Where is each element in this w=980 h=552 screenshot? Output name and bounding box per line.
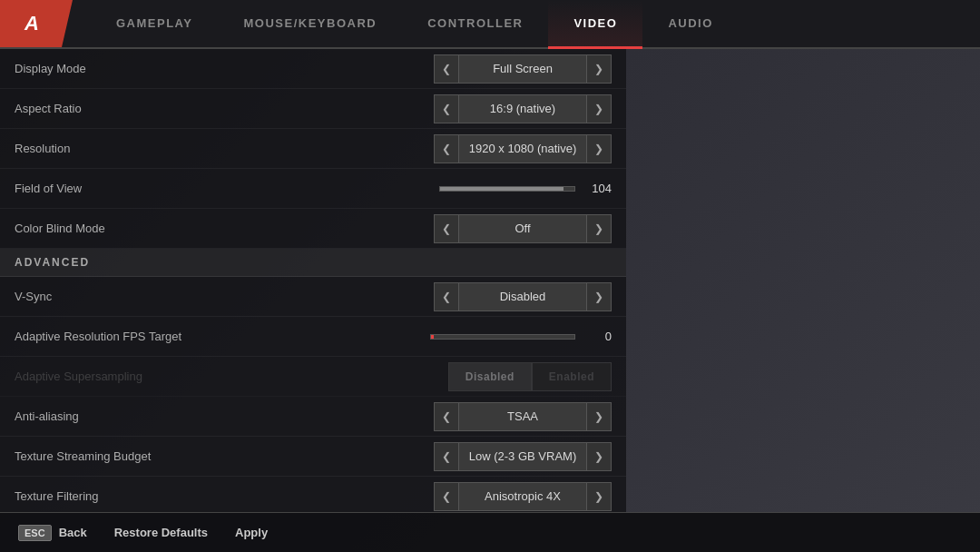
texture-budget-row: Texture Streaming Budget ❮ Low (2-3 GB V…	[0, 437, 626, 477]
restore-defaults-label: Restore Defaults	[114, 526, 208, 539]
adaptive-ss-disabled-btn[interactable]: Disabled	[448, 362, 532, 391]
fov-slider-fill	[440, 187, 564, 191]
adaptive-fps-control: 0	[430, 330, 612, 343]
right-panel	[626, 49, 980, 512]
fov-row: Field of View 104	[0, 169, 626, 209]
esc-key-badge: ESC	[18, 525, 52, 541]
main-content: Display Mode ❮ Full Screen ❯ Aspect Rati…	[0, 49, 980, 512]
adaptive-ss-row: Adaptive Supersampling Disabled Enabled	[0, 357, 626, 397]
settings-panel: Display Mode ❮ Full Screen ❯ Aspect Rati…	[0, 49, 626, 512]
tab-controller[interactable]: CONTROLLER	[402, 0, 548, 49]
color-blind-label: Color Blind Mode	[15, 222, 434, 235]
aspect-ratio-row: Aspect Ratio ❮ 16:9 (native) ❯	[0, 89, 626, 129]
color-blind-left-btn[interactable]: ❮	[434, 214, 459, 243]
adaptive-fps-row: Adaptive Resolution FPS Target 0	[0, 317, 626, 357]
antialiasing-control: ❮ TSAA ❯	[434, 402, 612, 431]
tab-video[interactable]: VIDEO	[548, 0, 642, 49]
vsync-row: V-Sync ❮ Disabled ❯	[0, 277, 626, 317]
tab-gameplay[interactable]: GAMEPLAY	[91, 0, 218, 49]
tab-audio[interactable]: AUDIO	[642, 0, 738, 49]
aspect-ratio-control: ❮ 16:9 (native) ❯	[434, 94, 612, 123]
vsync-value: Disabled	[459, 282, 586, 311]
texture-filtering-row: Texture Filtering ❮ Anisotropic 4X ❯	[0, 477, 626, 512]
apply-button[interactable]: Apply	[235, 526, 268, 539]
display-mode-label: Display Mode	[15, 62, 434, 75]
vsync-left-btn[interactable]: ❮	[434, 282, 459, 311]
back-button[interactable]: ESC Back	[18, 525, 87, 541]
texture-budget-right-btn[interactable]: ❯	[586, 442, 612, 471]
back-label: Back	[59, 526, 87, 539]
antialiasing-label: Anti-aliasing	[15, 409, 434, 423]
texture-budget-left-btn[interactable]: ❮	[434, 442, 459, 471]
adaptive-fps-slider[interactable]	[430, 334, 575, 340]
resolution-control: ❮ 1920 x 1080 (native) ❯	[434, 134, 612, 163]
apex-logo: A	[24, 12, 39, 35]
color-blind-right-btn[interactable]: ❯	[586, 214, 612, 243]
adaptive-fps-fill	[431, 335, 434, 339]
adaptive-ss-enabled-btn[interactable]: Enabled	[532, 362, 612, 391]
adaptive-fps-value: 0	[584, 330, 612, 343]
nav-bar: A GAMEPLAY MOUSE/KEYBOARD CONTROLLER VID…	[0, 0, 980, 49]
texture-budget-value: Low (2-3 GB VRAM)	[459, 442, 586, 471]
texture-filtering-right-btn[interactable]: ❯	[586, 482, 612, 511]
adaptive-ss-control: Disabled Enabled	[448, 362, 612, 391]
antialiasing-row: Anti-aliasing ❮ TSAA ❯	[0, 397, 626, 437]
antialiasing-left-btn[interactable]: ❮	[434, 402, 459, 431]
restore-defaults-button[interactable]: Restore Defaults	[114, 526, 208, 539]
texture-filtering-value: Anisotropic 4X	[459, 482, 586, 511]
display-mode-value: Full Screen	[459, 54, 586, 84]
aspect-ratio-right-btn[interactable]: ❯	[586, 94, 612, 123]
resolution-row: Resolution ❮ 1920 x 1080 (native) ❯	[0, 129, 626, 169]
aspect-ratio-left-btn[interactable]: ❮	[434, 94, 459, 123]
display-mode-right-btn[interactable]: ❯	[586, 54, 612, 84]
texture-filtering-left-btn[interactable]: ❮	[434, 482, 459, 511]
antialiasing-value: TSAA	[459, 402, 586, 431]
display-mode-row: Display Mode ❮ Full Screen ❯	[0, 49, 626, 89]
display-mode-left-btn[interactable]: ❮	[434, 54, 459, 84]
fov-value: 104	[584, 182, 612, 195]
texture-budget-control: ❮ Low (2-3 GB VRAM) ❯	[434, 442, 612, 471]
bottom-bar: ESC Back Restore Defaults Apply	[0, 512, 980, 552]
display-mode-control: ❮ Full Screen ❯	[434, 54, 612, 84]
vsync-control: ❮ Disabled ❯	[434, 282, 612, 311]
color-blind-control: ❮ Off ❯	[434, 214, 612, 243]
resolution-left-btn[interactable]: ❮	[434, 134, 459, 163]
texture-filtering-label: Texture Filtering	[15, 489, 434, 503]
vsync-label: V-Sync	[15, 290, 434, 303]
texture-filtering-control: ❮ Anisotropic 4X ❯	[434, 482, 612, 511]
fov-control: 104	[439, 182, 612, 195]
adaptive-fps-label: Adaptive Resolution FPS Target	[15, 330, 430, 343]
tab-mouse-keyboard[interactable]: MOUSE/KEYBOARD	[218, 0, 402, 49]
logo-area: A	[0, 0, 73, 47]
nav-tabs: GAMEPLAY MOUSE/KEYBOARD CONTROLLER VIDEO…	[73, 0, 980, 47]
color-blind-row: Color Blind Mode ❮ Off ❯	[0, 209, 626, 249]
advanced-header: ADVANCED	[0, 249, 626, 277]
adaptive-ss-toggle: Disabled Enabled	[448, 362, 612, 391]
fov-slider-track[interactable]	[439, 186, 575, 192]
color-blind-value: Off	[459, 214, 586, 243]
adaptive-ss-label: Adaptive Supersampling	[15, 370, 448, 383]
vsync-right-btn[interactable]: ❯	[586, 282, 612, 311]
resolution-label: Resolution	[15, 142, 434, 155]
apply-label: Apply	[235, 526, 268, 539]
resolution-right-btn[interactable]: ❯	[586, 134, 612, 163]
texture-budget-label: Texture Streaming Budget	[15, 449, 434, 463]
fov-label: Field of View	[15, 182, 439, 195]
aspect-ratio-label: Aspect Ratio	[15, 102, 434, 115]
antialiasing-right-btn[interactable]: ❯	[586, 402, 612, 431]
resolution-value: 1920 x 1080 (native)	[459, 134, 586, 163]
aspect-ratio-value: 16:9 (native)	[459, 94, 586, 123]
